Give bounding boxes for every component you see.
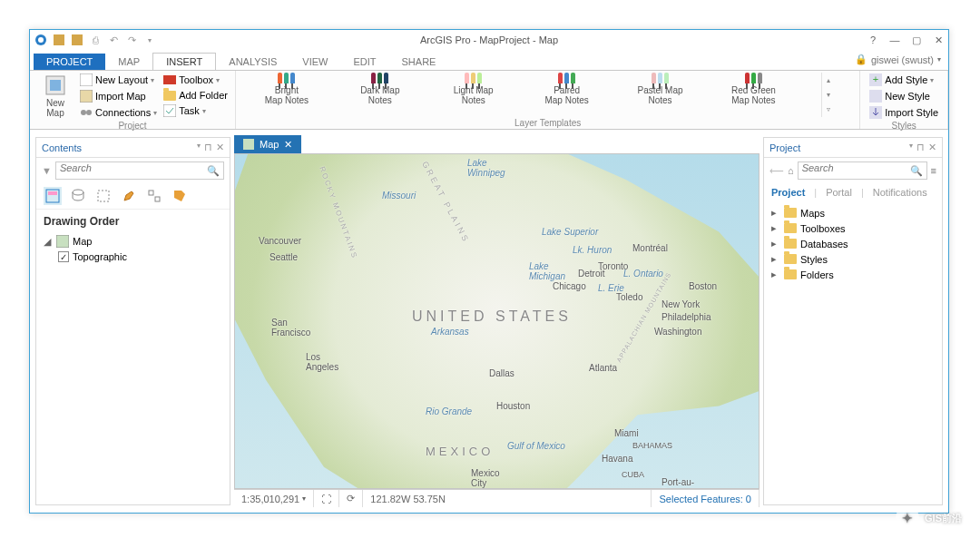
qat-save-icon[interactable] [52,33,66,47]
lock-icon: 🔒 [855,54,867,65]
search-icon[interactable]: 🔍 [207,165,220,177]
svg-rect-5 [50,80,61,91]
new-map-button[interactable]: New Map [35,73,75,120]
paired-notes-button[interactable]: Paired Map Notes [542,73,593,117]
map-icon [56,235,69,248]
proj-item-maps[interactable]: ▸Maps [771,205,935,220]
proj-item-folders[interactable]: ▸Folders [771,267,935,282]
connections-button[interactable]: Connections▾ [78,105,159,120]
list-by-source-icon[interactable] [69,187,87,205]
proj-tab-project[interactable]: Project [771,187,805,198]
expander-icon[interactable]: ▸ [771,207,780,219]
proj-close-icon[interactable]: ✕ [928,142,936,153]
proj-tab-notifications[interactable]: Notifications [873,187,927,198]
expander-icon[interactable]: ▸ [771,222,780,234]
qat-open-icon[interactable] [70,33,84,47]
dark-notes-button[interactable]: Dark Map Notes [355,73,406,117]
proj-options-icon[interactable]: ≡ [931,165,936,176]
list-by-labeling-icon[interactable] [171,187,189,205]
svg-rect-17 [48,191,57,195]
expander-icon[interactable]: ◢ [44,236,53,248]
status-tool2-icon[interactable]: ⟳ [339,490,363,507]
proj-pin-icon[interactable]: ⊓ [916,142,925,153]
expander-icon[interactable]: ▸ [771,253,780,265]
contents-search-input[interactable] [60,162,205,173]
gallery-up-icon[interactable]: ▴ [822,76,834,84]
project-search-input[interactable] [802,162,908,173]
tab-project[interactable]: PROJECT [34,54,105,70]
app-icon[interactable] [34,33,48,47]
tree-topo-item[interactable]: ✓ Topographic [58,250,222,264]
import-map-button[interactable]: Import Map [78,89,159,103]
svg-rect-14 [869,90,882,103]
layer-checkbox[interactable]: ✓ [58,251,69,262]
project-title: Project [769,142,800,153]
user-dropdown-icon[interactable]: ▾ [937,55,941,64]
task-button[interactable]: Task▾ [162,103,230,118]
expander-icon[interactable]: ▸ [771,238,780,250]
map-tab-icon [243,139,254,150]
back-icon[interactable]: ⟵ [769,165,784,177]
redgreen-notes-button[interactable]: Red Green Map Notes [728,73,779,117]
tab-insert[interactable]: INSERT [152,53,216,70]
panel-menu-icon[interactable]: ▾ [197,142,201,153]
add-style-button[interactable]: +Add Style▾ [866,73,942,87]
svg-rect-2 [54,34,64,45]
qat-undo-icon[interactable]: ↶ [106,33,121,47]
light-notes-button[interactable]: Light Map Notes [448,73,499,117]
gallery-down-icon[interactable]: ▾ [822,91,834,99]
folder-icon [784,269,797,279]
proj-menu-icon[interactable]: ▾ [909,142,913,153]
panel-close-icon[interactable]: ✕ [216,142,224,153]
bright-notes-button[interactable]: Bright Map Notes [261,73,312,117]
user-label[interactable]: giswei (swust) [871,54,934,65]
wechat-icon: ✦ [896,506,919,530]
svg-rect-21 [155,197,160,201]
filter-icon[interactable]: ▼ [42,165,52,176]
tab-view[interactable]: VIEW [289,54,340,70]
proj-tab-portal[interactable]: Portal [826,187,852,198]
list-by-drawing-icon[interactable] [44,187,62,205]
tab-map[interactable]: MAP [105,54,152,70]
minimize-icon[interactable]: — [888,34,901,46]
toolbox-button[interactable]: Toolbox▾ [162,73,230,87]
qat-print-icon[interactable]: ⎙ [88,33,103,47]
tab-analysis[interactable]: ANALYSIS [216,54,289,70]
qat-dropdown-icon[interactable]: ▾ [142,33,157,47]
contents-title: Contents [42,142,82,153]
svg-rect-20 [149,191,153,195]
new-layout-button[interactable]: New Layout▾ [78,73,159,87]
proj-item-styles[interactable]: ▸Styles [771,251,935,267]
proj-item-databases[interactable]: ▸Databases [771,236,935,251]
tab-share[interactable]: SHARE [389,54,449,70]
map-canvas[interactable]: UNITED STATES MEXICO Vancouver Seattle S… [234,153,760,489]
svg-rect-22 [56,235,69,248]
import-style-button[interactable]: Import Style [866,105,942,120]
list-by-editing-icon[interactable] [120,187,138,205]
home-icon[interactable]: ⌂ [788,165,794,176]
list-by-selection-icon[interactable] [94,187,113,205]
maximize-icon[interactable]: ▢ [910,34,923,46]
drawing-order-label: Drawing Order [44,215,222,228]
gallery-more-icon[interactable]: ▿ [822,105,834,113]
status-scale[interactable]: 1:35,010,291 ▾ [234,490,314,507]
map-tab-close-icon[interactable]: ✕ [284,139,292,151]
expander-icon[interactable]: ▸ [771,269,780,280]
qat-redo-icon[interactable]: ↷ [124,33,139,47]
pastel-notes-button[interactable]: Pastel Map Notes [635,73,686,117]
help-icon[interactable]: ? [867,34,879,46]
tree-map-item[interactable]: ◢ Map [44,233,222,250]
map-view-tab[interactable]: Map ✕ [234,135,301,153]
proj-item-toolboxes[interactable]: ▸Toolboxes [771,220,935,236]
list-by-snapping-icon[interactable] [145,187,163,205]
close-icon[interactable]: ✕ [932,34,945,46]
search-icon[interactable]: 🔍 [910,165,923,177]
new-style-button[interactable]: New Style [866,89,942,103]
svg-rect-11 [163,104,176,117]
add-folder-button[interactable]: Add Folder [162,89,230,102]
folder-icon [784,223,797,233]
svg-rect-3 [72,34,83,45]
panel-pin-icon[interactable]: ⊓ [204,142,212,153]
status-tool1-icon[interactable]: ⛶ [314,490,339,507]
tab-edit[interactable]: EDIT [340,54,388,70]
